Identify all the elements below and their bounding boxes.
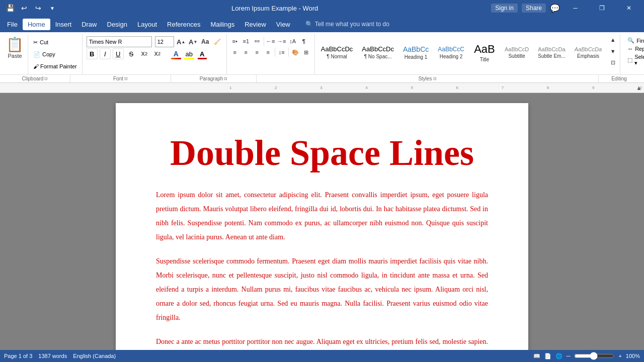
document-title: Double Space Lines — [156, 133, 488, 173]
align-right-button[interactable]: ≡ — [252, 47, 262, 57]
line-spacing-button[interactable]: ↕≡ — [277, 47, 287, 57]
menu-review[interactable]: Review — [239, 19, 271, 30]
customize-qa-icon[interactable]: ▼ — [46, 2, 58, 14]
menu-insert[interactable]: Insert — [50, 19, 77, 30]
format-painter-button[interactable]: 🖌 Format Painter — [31, 63, 79, 70]
align-center-button[interactable]: ≡ — [241, 47, 251, 57]
highlight-button[interactable]: ab — [184, 48, 195, 59]
grow-font-button[interactable]: A▲ — [176, 37, 186, 47]
show-hide-button[interactable]: ¶ — [299, 36, 309, 46]
style-normal[interactable]: AaBbCcDc ¶ Normal — [317, 37, 357, 68]
select-button[interactable]: ⬚ Select ▾ — [624, 53, 644, 67]
save-icon[interactable]: 💾 — [4, 2, 16, 14]
subscript-button[interactable]: X2 — [139, 48, 150, 59]
bullets-button[interactable]: ≡• — [230, 36, 240, 46]
paste-label: Paste — [8, 53, 22, 59]
menu-view[interactable]: View — [271, 19, 295, 30]
numbering-button[interactable]: ≡1 — [241, 36, 251, 46]
paragraph-group: ≡• ≡1 ≡≡ ←≡ →≡ ↕A ¶ ≡ ≡ ≡ ≡ ↕≡ — [227, 34, 315, 74]
copy-button[interactable]: 📄 Copy — [31, 51, 79, 58]
zoom-in-button[interactable]: + — [618, 353, 621, 359]
comment-icon[interactable]: 💬 — [550, 4, 560, 13]
menu-references[interactable]: References — [162, 19, 205, 30]
restore-button[interactable]: ❐ — [591, 0, 613, 16]
style-heading2[interactable]: AaBbCcC Heading 2 — [434, 37, 468, 68]
document-body: Lorem ipsum dolor sit amet, consectetur … — [156, 188, 488, 358]
style-normal-preview: AaBbCcDc — [321, 45, 353, 53]
decrease-indent-button[interactable]: ←≡ — [266, 36, 276, 46]
styles-more-button[interactable]: ⊡ — [608, 58, 618, 68]
find-button[interactable]: 🔍 Find — [624, 36, 644, 45]
sort-button[interactable]: ↕A — [288, 36, 298, 46]
styles-label[interactable]: Styles ⊡ — [257, 75, 599, 82]
minimize-button[interactable]: ─ — [564, 0, 587, 16]
redo-icon[interactable]: ↪ — [32, 2, 44, 14]
borders-button[interactable]: ⊞ — [301, 47, 311, 57]
menu-mailings[interactable]: Mailings — [206, 19, 240, 30]
undo-icon[interactable]: ↩ — [18, 2, 30, 14]
font-color-button[interactable]: A — [197, 48, 208, 59]
menu-file[interactable]: File — [2, 19, 23, 30]
menu-home[interactable]: Home — [23, 19, 50, 30]
strikethrough-button[interactable]: S — [126, 48, 137, 59]
superscript-button[interactable]: X2 — [152, 48, 163, 59]
zoom-slider[interactable] — [574, 352, 614, 360]
zoom-level: 100% — [626, 353, 640, 359]
menu-design[interactable]: Design — [102, 19, 132, 30]
paste-button[interactable]: 📋 Paste — [2, 34, 28, 74]
change-case-button[interactable]: Aa — [200, 37, 210, 47]
styles-scroll-down[interactable]: ▼ — [608, 46, 618, 56]
align-left-button[interactable]: ≡ — [230, 47, 240, 57]
read-mode-icon[interactable]: 📖 — [533, 353, 540, 359]
text-effects-button[interactable]: A — [171, 48, 182, 59]
clear-formatting-button[interactable]: 🧹 — [212, 37, 222, 47]
signin-button[interactable]: Sign in — [491, 4, 518, 13]
justify-button[interactable]: ≡ — [263, 47, 273, 57]
menu-draw[interactable]: Draw — [76, 19, 102, 30]
menu-layout[interactable]: Layout — [132, 19, 162, 30]
shrink-font-button[interactable]: A▼ — [188, 37, 198, 47]
font-name-input[interactable] — [87, 36, 152, 47]
bold-button[interactable]: B — [87, 48, 98, 59]
italic-button[interactable]: I — [100, 48, 111, 59]
multilevel-list-button[interactable]: ≡≡ — [252, 36, 262, 46]
style-subtleemphasis-preview: AaBbCcDa — [538, 46, 565, 52]
style-nospace[interactable]: AaBbCcDc ¶ No Spac... — [358, 37, 398, 68]
ribbon-collapse-button[interactable]: ▲ — [636, 84, 642, 92]
font-size-input[interactable] — [155, 36, 174, 47]
share-button[interactable]: Share — [522, 4, 546, 13]
shading-button[interactable]: 🎨 — [290, 47, 300, 57]
style-title[interactable]: AaB Title — [469, 37, 500, 68]
replace-button[interactable]: ↔ Replace — [624, 45, 644, 53]
increase-indent-button[interactable]: →≡ — [277, 36, 287, 46]
style-emphasis-label: Emphasis — [577, 53, 599, 59]
editing-label[interactable]: Editing ⊡ — [599, 75, 644, 82]
close-button[interactable]: ✕ — [617, 0, 640, 16]
styles-group: AaBbCcDc ¶ Normal AaBbCcDc ¶ No Spac... … — [315, 34, 620, 74]
styles-scroll-up[interactable]: ▲ — [608, 35, 618, 45]
style-subtleemphasis[interactable]: AaBbCcDa Subtle Em... — [534, 37, 569, 68]
web-layout-icon[interactable]: 🌐 — [555, 353, 562, 359]
zoom-out-button[interactable]: ─ — [567, 353, 571, 359]
paragraph-2: Suspendisse scelerisque commodo fermentu… — [156, 254, 488, 325]
cut-button[interactable]: ✂ Cut — [31, 39, 79, 46]
style-heading1[interactable]: AaBbCc Heading 1 — [399, 37, 433, 68]
font-label[interactable]: Font ⊡ — [70, 75, 171, 82]
style-heading1-label: Heading 1 — [405, 54, 428, 60]
cut-icon: ✂ — [33, 39, 38, 46]
style-title-preview: AaB — [474, 43, 495, 56]
paste-icon: 📋 — [6, 36, 24, 53]
tell-me-bar[interactable]: 🔍 Tell me what you want to do — [305, 21, 389, 28]
quick-access-toolbar: 💾 ↩ ↪ ▼ — [4, 2, 58, 14]
print-layout-icon[interactable]: 📄 — [544, 353, 551, 359]
underline-button[interactable]: U — [113, 48, 124, 59]
document-area: Double Space Lines Lorem ipsum dolor sit… — [0, 93, 644, 358]
style-subtitle[interactable]: AaBbCcD Subtitle — [501, 37, 533, 68]
page-info: Page 1 of 3 — [4, 353, 32, 359]
style-emphasis[interactable]: AaBbCcDa Emphasis — [571, 37, 606, 68]
clipboard-label[interactable]: Clipboard ⊡ — [0, 75, 70, 82]
word-count: 1387 words — [38, 353, 67, 359]
paragraph-label[interactable]: Paragraph ⊡ — [171, 75, 257, 82]
document-page: Double Space Lines Lorem ipsum dolor sit… — [116, 103, 528, 358]
style-emphasis-preview: AaBbCcDa — [575, 46, 602, 52]
